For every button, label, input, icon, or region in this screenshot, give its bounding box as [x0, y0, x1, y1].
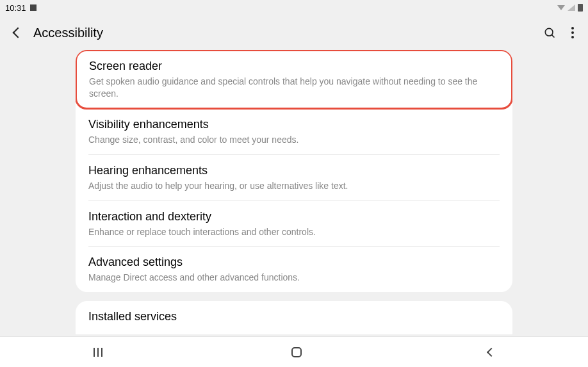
- nav-home-icon[interactable]: [291, 347, 302, 357]
- setting-subtitle: Manage Direct access and other advanced …: [88, 272, 500, 284]
- setting-title: Interaction and dexterity: [88, 210, 500, 224]
- nav-back-icon[interactable]: [487, 347, 496, 356]
- battery-icon: [578, 4, 583, 12]
- setting-screen-reader[interactable]: Screen reader Get spoken audio guidance …: [76, 50, 512, 110]
- back-icon[interactable]: [13, 28, 24, 38]
- setting-hearing-enhancements[interactable]: Hearing enhancements Adjust the audio to…: [76, 155, 512, 200]
- status-time: 10:31: [5, 3, 26, 13]
- app-header: Accessibility: [0, 15, 588, 50]
- wifi-icon: [557, 5, 565, 10]
- setting-advanced-settings[interactable]: Advanced settings Manage Direct access a…: [76, 247, 512, 292]
- content-area: Screen reader Get spoken audio guidance …: [0, 50, 588, 334]
- signal-icon: [568, 4, 575, 11]
- svg-point-0: [545, 28, 553, 36]
- setting-visibility-enhancements[interactable]: Visibility enhancements Change size, con…: [76, 109, 512, 154]
- setting-subtitle: Get spoken audio guidance and special co…: [89, 76, 499, 100]
- page-title: Accessibility: [33, 26, 103, 40]
- notification-icon: [30, 4, 37, 11]
- setting-title: Hearing enhancements: [88, 164, 500, 177]
- setting-subtitle: Change size, contrast, and color to meet…: [88, 134, 500, 146]
- setting-subtitle: Adjust the audio to help your hearing, o…: [88, 180, 500, 192]
- services-card: Installed services: [76, 301, 512, 334]
- svg-line-1: [551, 35, 554, 37]
- setting-title: Screen reader: [89, 60, 499, 73]
- setting-title: Advanced settings: [88, 256, 500, 269]
- status-bar: 10:31: [0, 0, 588, 15]
- setting-subtitle: Enhance or replace touch interactions an…: [88, 226, 500, 238]
- nav-recent-icon[interactable]: [94, 348, 105, 357]
- settings-card: Screen reader Get spoken audio guidance …: [76, 50, 512, 292]
- setting-interaction-dexterity[interactable]: Interaction and dexterity Enhance or rep…: [76, 201, 512, 247]
- setting-installed-services[interactable]: Installed services: [76, 301, 512, 334]
- setting-title: Visibility enhancements: [88, 118, 500, 131]
- navigation-bar: [0, 336, 588, 367]
- setting-title: Installed services: [88, 310, 500, 323]
- more-icon[interactable]: [571, 27, 574, 38]
- search-icon[interactable]: [543, 26, 556, 39]
